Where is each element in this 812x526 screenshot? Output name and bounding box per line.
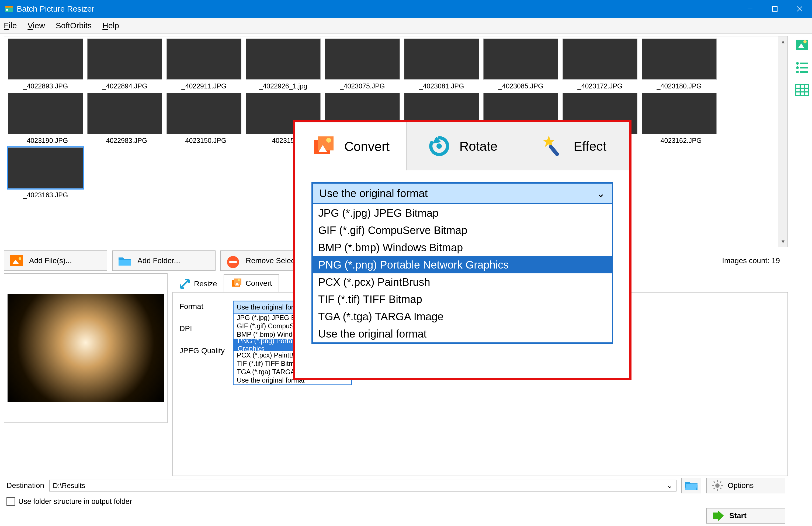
menubar: File View SoftOrbits Help bbox=[0, 18, 812, 34]
thumbnail[interactable]: _4023075.JPG bbox=[323, 39, 402, 91]
add-folder-button[interactable]: Add Folder... bbox=[112, 251, 216, 271]
overlay-format-option[interactable]: BMP (*.bmp) Windows Bitmap bbox=[313, 239, 612, 256]
thumbnail[interactable]: _4023162.JPG bbox=[640, 93, 718, 145]
overlay-format-option[interactable]: GIF (*.gif) CompuServe Bitmap bbox=[313, 222, 612, 239]
thumbnail-caption: _4023081.JPG bbox=[419, 82, 464, 90]
thumbnails-scrollbar[interactable]: ▴ ▾ bbox=[778, 37, 787, 247]
svg-rect-4 bbox=[772, 6, 777, 11]
thumbnail-image bbox=[404, 39, 479, 80]
svg-point-9 bbox=[18, 257, 21, 260]
menu-softorbits[interactable]: SoftOrbits bbox=[56, 21, 91, 30]
overlay-format-option[interactable]: TGA (*.tga) TARGA Image bbox=[313, 308, 612, 325]
destination-combo[interactable]: D:\Results ⌄ bbox=[49, 480, 677, 492]
thumbnail[interactable]: _4023190.JPG bbox=[6, 93, 85, 145]
thumbnail[interactable]: _4022894.JPG bbox=[86, 39, 164, 91]
thumbnail-caption: _4022983.JPG bbox=[102, 137, 147, 144]
svg-rect-11 bbox=[229, 261, 237, 263]
svg-rect-41 bbox=[318, 137, 334, 151]
thumbnail-image bbox=[166, 93, 242, 134]
thumbnail[interactable]: _4022893.JPG bbox=[6, 39, 85, 91]
svg-rect-34 bbox=[800, 71, 808, 73]
overlay-format-list[interactable]: JPG (*.jpg) JPEG BitmapGIF (*.gif) Compu… bbox=[311, 204, 613, 344]
svg-rect-23 bbox=[720, 481, 722, 483]
start-button[interactable]: Start bbox=[706, 508, 785, 524]
add-files-button[interactable]: Add File(s)... bbox=[4, 251, 107, 271]
svg-rect-24 bbox=[713, 487, 715, 489]
options-label: Options bbox=[728, 481, 754, 490]
thumbnail-image bbox=[87, 93, 162, 134]
svg-rect-21 bbox=[713, 481, 715, 483]
chevron-down-icon: ⌄ bbox=[667, 482, 673, 490]
browse-destination-button[interactable] bbox=[681, 478, 701, 493]
overlay-tab-rotate[interactable]: Rotate bbox=[407, 122, 518, 170]
svg-rect-30 bbox=[800, 62, 808, 64]
overlay-format-option[interactable]: PCX (*.pcx) PaintBrush bbox=[313, 273, 612, 290]
picture-icon bbox=[10, 255, 23, 266]
thumbnail[interactable]: _4023180.JPG bbox=[640, 39, 718, 91]
thumbnail-caption: _4023180.JPG bbox=[657, 82, 702, 90]
options-button[interactable]: Options bbox=[706, 478, 785, 493]
overlay-format-selected[interactable]: Use the original format ⌄ bbox=[311, 182, 613, 204]
scroll-up-icon[interactable]: ▴ bbox=[782, 38, 784, 45]
thumbnail-caption: _4023075.JPG bbox=[340, 82, 385, 90]
thumbnail[interactable]: _4023163.JPG bbox=[6, 147, 85, 200]
titlebar: Batch Picture Resizer bbox=[0, 0, 812, 18]
scroll-down-icon[interactable]: ▾ bbox=[782, 238, 784, 245]
overlay-tab-effect[interactable]: Effect bbox=[518, 122, 629, 170]
menu-help[interactable]: Help bbox=[102, 21, 119, 30]
thumbnail[interactable]: _4022983.JPG bbox=[86, 93, 164, 145]
thumbnail-image bbox=[166, 39, 242, 80]
window-close-button[interactable] bbox=[787, 0, 812, 18]
folder-icon bbox=[118, 255, 131, 266]
thumbnail[interactable]: _4023172.JPG bbox=[561, 39, 639, 91]
window-maximize-button[interactable] bbox=[763, 0, 787, 18]
overlay-format-option[interactable]: Use the original format bbox=[313, 325, 612, 342]
thumbnail-caption: _4023150.JPG bbox=[182, 137, 227, 144]
overlay-format-option[interactable]: TIF (*.tif) TIFF Bitmap bbox=[313, 290, 612, 308]
overlay-format-option[interactable]: PNG (*.png) Portable Network Graphics bbox=[313, 256, 612, 273]
tab-resize[interactable]: Resize bbox=[172, 275, 223, 293]
thumbnail[interactable]: _4023081.JPG bbox=[403, 39, 481, 91]
view-list-icon[interactable] bbox=[795, 60, 809, 75]
thumbnail[interactable]: _4023150.JPG bbox=[165, 93, 243, 145]
menu-view[interactable]: View bbox=[28, 21, 45, 30]
tab-convert[interactable]: Convert bbox=[223, 274, 279, 293]
svg-point-43 bbox=[326, 138, 331, 143]
overlay-format-option[interactable]: JPG (*.jpg) JPEG Bitmap bbox=[313, 204, 612, 222]
thumbnail-image bbox=[325, 39, 400, 80]
svg-rect-47 bbox=[548, 144, 560, 157]
svg-rect-20 bbox=[721, 485, 723, 486]
chevron-down-icon: ⌄ bbox=[596, 187, 605, 199]
thumbnail-caption: _4022893.JPG bbox=[23, 82, 68, 90]
convert-icon bbox=[312, 134, 336, 158]
thumbnail-caption: _4023163.JPG bbox=[23, 191, 68, 199]
resize-icon bbox=[179, 278, 191, 290]
thumbnail[interactable]: _4022911.JPG bbox=[165, 39, 243, 91]
overlay-tab-convert-label: Convert bbox=[344, 139, 390, 154]
svg-point-15 bbox=[237, 279, 240, 281]
folder-open-icon bbox=[684, 481, 698, 491]
thumbnail[interactable]: _4022926_1.jpg bbox=[244, 39, 322, 91]
window-minimize-button[interactable] bbox=[738, 0, 763, 18]
overlay-tab-effect-label: Effect bbox=[574, 139, 606, 154]
svg-marker-46 bbox=[543, 136, 555, 147]
thumbnail-caption: _4023162.JPG bbox=[657, 137, 702, 144]
view-table-icon[interactable] bbox=[795, 83, 809, 97]
preview-pane bbox=[4, 273, 168, 423]
destination-label: Destination bbox=[6, 481, 44, 490]
thumbnail[interactable]: _4023085.JPG bbox=[482, 39, 560, 91]
app-icon bbox=[5, 5, 13, 13]
thumbnail-caption: _4022926_1.jpg bbox=[259, 82, 307, 90]
menu-file[interactable]: File bbox=[4, 21, 17, 30]
view-thumbnails-icon[interactable] bbox=[795, 38, 809, 52]
svg-point-31 bbox=[796, 66, 799, 69]
start-label: Start bbox=[729, 511, 746, 520]
thumbnail-image bbox=[8, 93, 83, 134]
thumbnail-image bbox=[563, 39, 637, 80]
folder-structure-checkbox[interactable] bbox=[6, 497, 15, 506]
svg-point-45 bbox=[436, 143, 442, 149]
thumbnail-image bbox=[87, 39, 162, 80]
svg-point-16 bbox=[715, 483, 720, 488]
overlay-tab-convert[interactable]: Convert bbox=[295, 122, 407, 170]
thumbnail-image bbox=[8, 39, 83, 80]
